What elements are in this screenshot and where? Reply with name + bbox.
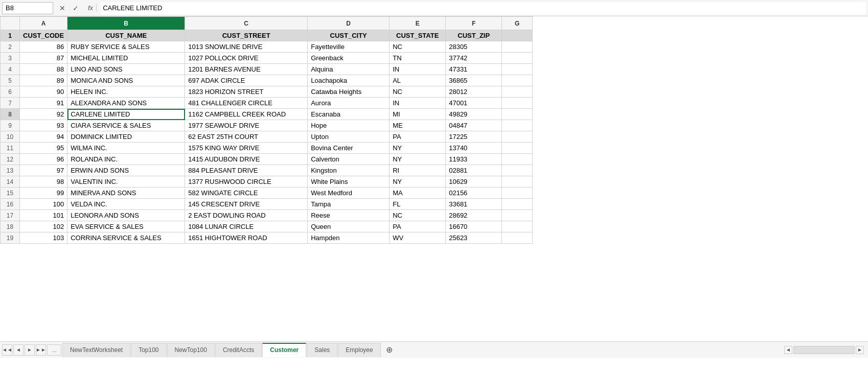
cell-F2[interactable]: 28305 [446,41,502,53]
cell-F9[interactable]: 04847 [446,120,502,131]
cell-B5[interactable]: MONICA AND SONS [67,75,185,86]
cell-A18[interactable]: 102 [20,221,67,232]
cell-B19[interactable]: CORRINA SERVICE & SALES [67,232,185,244]
cell-D17[interactable]: Reese [308,210,390,221]
cell-C10[interactable]: 62 EAST 25TH COURT [185,131,308,143]
col-header-A[interactable]: A [20,17,67,30]
col-header-C[interactable]: C [185,17,308,30]
cell-E2[interactable]: NC [390,41,446,53]
cell-E8[interactable]: MI [390,109,446,120]
cell-A3[interactable]: 87 [20,53,67,64]
sheet-tab-creditaccts[interactable]: CreditAccts [215,343,262,357]
cell-C7[interactable]: 481 CHALLENGER CIRCLE [185,98,308,109]
col-header-F[interactable]: F [446,17,502,30]
cell-C6[interactable]: 1823 HORIZON STREET [185,86,308,98]
cell-B9[interactable]: CIARA SERVICE & SALES [67,120,185,131]
header-cust-state[interactable]: CUST_STATE [390,30,446,41]
cell-F4[interactable]: 47331 [446,64,502,75]
cell-F19[interactable]: 25623 [446,232,502,244]
tab-nav-next[interactable]: ► [25,344,35,356]
col-header-B[interactable]: B [67,17,185,30]
cell-E15[interactable]: MA [390,188,446,199]
cell-A14[interactable]: 98 [20,176,67,188]
cell-B7[interactable]: ALEXANDRA AND SONS [67,98,185,109]
cell-A10[interactable]: 94 [20,131,67,143]
sheet-tab-customer[interactable]: Customer [262,343,306,357]
cell-E19[interactable]: WV [390,232,446,244]
cell-E6[interactable]: NC [390,86,446,98]
header-cust-zip[interactable]: CUST_ZIP [446,30,502,41]
cell-B12[interactable]: ROLANDA INC. [67,154,185,165]
cell-C4[interactable]: 1201 BARNES AVENUE [185,64,308,75]
cell-F8[interactable]: 49829 [446,109,502,120]
cell-F7[interactable]: 47001 [446,98,502,109]
name-box[interactable] [2,2,53,14]
cell-D12[interactable]: Calverton [308,154,390,165]
cell-A17[interactable]: 101 [20,210,67,221]
cell-F6[interactable]: 28012 [446,86,502,98]
cell-C2[interactable]: 1013 SNOWLINE DRIVE [185,41,308,53]
cell-F10[interactable]: 17225 [446,131,502,143]
cell-F16[interactable]: 33681 [446,199,502,210]
tab-nav-prev[interactable]: ◄ [13,344,24,356]
cell-B4[interactable]: LINO AND SONS [67,64,185,75]
col-header-E[interactable]: E [390,17,446,30]
cancel-icon[interactable]: ✕ [57,4,67,12]
cell-A19[interactable]: 103 [20,232,67,244]
cell-D11[interactable]: Bovina Center [308,143,390,154]
cell-B6[interactable]: HELEN INC. [67,86,185,98]
cell-D15[interactable]: West Medford [308,188,390,199]
cell-F13[interactable]: 02881 [446,165,502,176]
cell-A11[interactable]: 95 [20,143,67,154]
cell-D6[interactable]: Catawba Heights [308,86,390,98]
sheet-tab-top100[interactable]: Top100 [131,343,166,357]
cell-D8[interactable]: Escanaba [308,109,390,120]
cell-C8[interactable]: 1162 CAMPBELL CREEK ROAD [185,109,308,120]
formula-input[interactable] [101,2,866,14]
cell-C19[interactable]: 1651 HIGHTOWER ROAD [185,232,308,244]
cell-A7[interactable]: 91 [20,98,67,109]
cell-C14[interactable]: 1377 RUSHWOOD CIRCLE [185,176,308,188]
cell-A16[interactable]: 100 [20,199,67,210]
header-cust-street[interactable]: CUST_STREET [185,30,308,41]
cell-A15[interactable]: 99 [20,188,67,199]
cell-D5[interactable]: Loachapoka [308,75,390,86]
sheet-tab-employee[interactable]: Employee [338,343,380,357]
cell-E9[interactable]: ME [390,120,446,131]
cell-D7[interactable]: Aurora [308,98,390,109]
confirm-icon[interactable]: ✓ [71,4,81,12]
cell-C15[interactable]: 582 WINGATE CIRCLE [185,188,308,199]
cell-B18[interactable]: EVA SERVICE & SALES [67,221,185,232]
header-cust-city[interactable]: CUST_CITY [308,30,390,41]
cell-A13[interactable]: 97 [20,165,67,176]
cell-D2[interactable]: Fayetteville [308,41,390,53]
cell-E7[interactable]: IN [390,98,446,109]
cell-C17[interactable]: 2 EAST DOWLING ROAD [185,210,308,221]
hscroll-left-btn[interactable]: ◄ [784,346,792,354]
cell-E5[interactable]: AL [390,75,446,86]
cell-B13[interactable]: ERWIN AND SONS [67,165,185,176]
cell-B17[interactable]: LEONORA AND SONS [67,210,185,221]
cell-B3[interactable]: MICHEAL LIMITED [67,53,185,64]
cell-E16[interactable]: FL [390,199,446,210]
cell-B16[interactable]: VELDA INC. [67,199,185,210]
cell-C9[interactable]: 1977 SEAWOLF DRIVE [185,120,308,131]
cell-D16[interactable]: Tampa [308,199,390,210]
cell-C13[interactable]: 884 PLEASANT DRIVE [185,165,308,176]
col-header-D[interactable]: D [308,17,390,30]
cell-D4[interactable]: Alquina [308,64,390,75]
cell-E12[interactable]: NY [390,154,446,165]
cell-B10[interactable]: DOMINICK LIMITED [67,131,185,143]
cell-C11[interactable]: 1575 KING WAY DRIVE [185,143,308,154]
cell-A8[interactable]: 92 [20,109,67,120]
sheet-tab-sales[interactable]: Sales [307,343,337,357]
add-sheet-button[interactable]: ⊕ [383,344,396,356]
hscroll-bar[interactable] [793,346,855,354]
cell-E3[interactable]: TN [390,53,446,64]
cell-E18[interactable]: PA [390,221,446,232]
cell-D13[interactable]: Kingston [308,165,390,176]
cell-D18[interactable]: Queen [308,221,390,232]
cell-A6[interactable]: 90 [20,86,67,98]
cell-A5[interactable]: 89 [20,75,67,86]
cell-E17[interactable]: NC [390,210,446,221]
